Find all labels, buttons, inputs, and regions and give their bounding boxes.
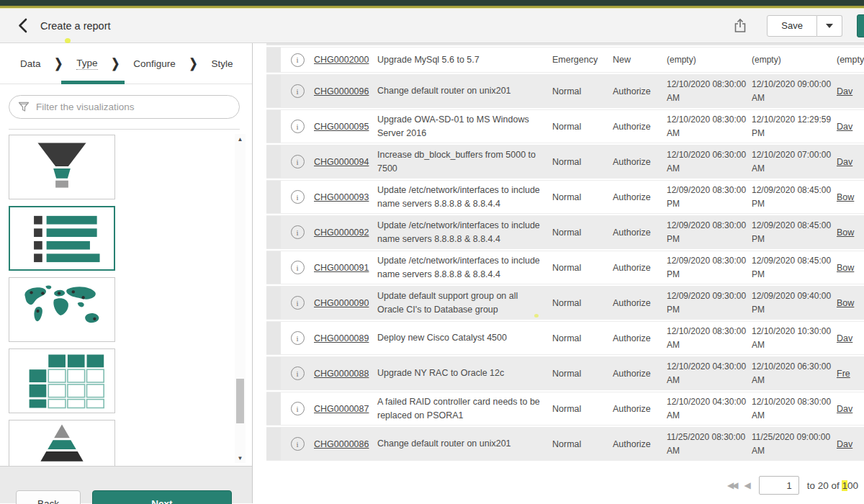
planned-start-cell: (empty) xyxy=(667,53,752,67)
viz-thumbnail-list[interactable] xyxy=(9,206,115,271)
share-export-icon[interactable] xyxy=(731,17,750,35)
assigned-to-link[interactable]: Bow xyxy=(837,228,854,238)
record-info-cell: i xyxy=(281,155,314,168)
pagination-bar: ◀◀ ◀ to 20 of 100 xyxy=(727,474,858,496)
state-cell: Authorize xyxy=(613,192,667,202)
assigned-to-link[interactable]: Bow xyxy=(837,298,854,308)
scroll-down-icon[interactable]: ▼ xyxy=(235,453,246,463)
record-number-link[interactable]: CHG0000087 xyxy=(314,404,369,414)
record-number-link[interactable]: CHG0000090 xyxy=(314,298,369,308)
record-number-link[interactable]: CHG0000095 xyxy=(314,122,369,132)
short-description-cell: Update /etc/network/interfaces to includ… xyxy=(377,254,552,282)
app-header: Create a report Save xyxy=(0,9,864,43)
record-number-link[interactable]: CHG0000091 xyxy=(314,263,369,273)
scroll-up-icon[interactable]: ▲ xyxy=(235,134,246,144)
priority-cell: Emergency xyxy=(552,55,613,65)
record-number-link[interactable]: CHG0000096 xyxy=(314,86,369,96)
record-number-link[interactable]: CHG0000088 xyxy=(314,369,369,379)
state-cell: Authorize xyxy=(613,369,667,379)
record-number-link[interactable]: CHG0000089 xyxy=(314,333,369,343)
row-gutter xyxy=(266,75,281,107)
row-gutter xyxy=(266,110,281,143)
assigned-to-link[interactable]: Dav xyxy=(837,404,852,414)
run-button-clipped[interactable] xyxy=(857,14,864,37)
record-number-cell: CHG0000095 xyxy=(314,122,377,132)
record-info-cell: i xyxy=(281,84,314,98)
info-icon[interactable]: i xyxy=(291,437,305,451)
row-gutter xyxy=(266,216,281,248)
save-dropdown-button[interactable] xyxy=(817,15,842,37)
state-cell: Authorize xyxy=(613,86,667,96)
short-description-cell: Upgrade NY RAC to Oracle 12c xyxy=(377,366,552,380)
assigned-to-link[interactable]: Dav xyxy=(837,157,852,167)
priority-cell: Normal xyxy=(552,333,613,343)
planned-start-cell: 12/09/2020 09:30:00 PM xyxy=(667,289,752,316)
panel-scrollbar[interactable]: ▲ ▼ xyxy=(235,134,246,463)
record-info-cell: i xyxy=(281,296,314,310)
record-number-cell: CHG0000091 xyxy=(314,263,377,273)
visualization-filter-field[interactable] xyxy=(9,95,240,119)
info-icon[interactable]: i xyxy=(291,225,305,239)
chevron-down-icon xyxy=(826,24,833,28)
page-number-input[interactable] xyxy=(759,476,799,495)
row-gutter xyxy=(266,145,281,178)
report-designer-panel: Data ❯ Type ❯ Configure ❯ Style xyxy=(0,43,253,503)
assigned-to-link[interactable]: Dav xyxy=(837,333,852,343)
report-preview-area: i CHG0002000 Upgrade MySql 5.6 to 5.7 Em… xyxy=(253,43,864,503)
step-data[interactable]: Data xyxy=(20,58,41,69)
viz-thumbnail-pyramid[interactable] xyxy=(9,420,115,466)
info-icon[interactable]: i xyxy=(291,296,305,310)
row-gutter xyxy=(266,287,281,319)
priority-cell: Normal xyxy=(552,157,613,167)
viz-thumbnail-map[interactable] xyxy=(9,277,115,342)
assigned-to-link[interactable]: (empty) xyxy=(837,55,864,65)
back-button[interactable]: Back xyxy=(16,490,81,504)
record-number-link[interactable]: CHG0000093 xyxy=(314,192,369,202)
assigned-to-link[interactable]: Bow xyxy=(837,263,854,273)
record-number-link[interactable]: CHG0002000 xyxy=(314,55,369,65)
info-icon[interactable]: i xyxy=(291,331,305,345)
record-number-cell: CHG0000096 xyxy=(314,86,377,96)
assigned-to-link[interactable]: Bow xyxy=(837,192,854,202)
assigned-to-link[interactable]: Fre xyxy=(837,369,850,379)
state-cell: Authorize xyxy=(613,298,667,308)
planned-start-cell: 12/10/2020 04:30:00 AM xyxy=(667,360,752,387)
record-number-link[interactable]: CHG0000092 xyxy=(314,228,369,238)
scrollbar-thumb[interactable] xyxy=(236,379,244,423)
info-icon[interactable]: i xyxy=(291,190,305,204)
info-icon[interactable]: i xyxy=(291,120,305,133)
step-configure[interactable]: Configure xyxy=(133,58,176,69)
row-gutter xyxy=(266,48,281,72)
previous-page-icon[interactable]: ◀ xyxy=(744,480,750,490)
short-description-cell: Deploy new Cisco Catalyst 4500 xyxy=(377,331,552,345)
info-icon[interactable]: i xyxy=(291,402,305,415)
viz-thumbnail-funnel[interactable] xyxy=(9,135,115,199)
pyramid-chart-icon xyxy=(9,420,114,466)
info-icon[interactable]: i xyxy=(291,53,305,67)
info-icon[interactable]: i xyxy=(291,155,305,168)
filter-input[interactable] xyxy=(36,102,230,112)
save-button[interactable]: Save xyxy=(767,15,817,37)
record-number-cell: CHG0002000 xyxy=(314,55,377,65)
first-page-icon[interactable]: ◀◀ xyxy=(727,480,736,490)
chevron-right-icon: ❯ xyxy=(55,56,63,71)
viz-thumbnail-heatmap[interactable] xyxy=(9,348,115,413)
back-chevron-icon[interactable] xyxy=(16,18,29,34)
short-description-cell: A failed RAID controller card needs to b… xyxy=(377,395,552,423)
table-row: i CHG0000088 Upgrade NY RAC to Oracle 12… xyxy=(266,356,864,390)
record-number-link[interactable]: CHG0000086 xyxy=(314,439,369,449)
record-number-link[interactable]: CHG0000094 xyxy=(314,157,369,167)
assigned-to-link[interactable]: Dav xyxy=(837,122,852,132)
step-style[interactable]: Style xyxy=(212,58,233,69)
assigned-to-link[interactable]: Dav xyxy=(837,86,852,96)
info-icon[interactable]: i xyxy=(291,366,305,380)
info-icon[interactable]: i xyxy=(291,84,305,98)
assigned-to-link[interactable]: Dav xyxy=(837,439,852,449)
planned-end-cell: 12/10/2020 07:00:00 AM xyxy=(752,148,837,175)
info-icon[interactable]: i xyxy=(291,261,305,274)
visualization-type-list: ▲ ▼ xyxy=(0,130,252,466)
next-button[interactable]: Next xyxy=(92,490,232,504)
step-type[interactable]: Type xyxy=(76,58,97,70)
state-cell: Authorize xyxy=(613,404,667,414)
state-cell: Authorize xyxy=(613,122,667,132)
